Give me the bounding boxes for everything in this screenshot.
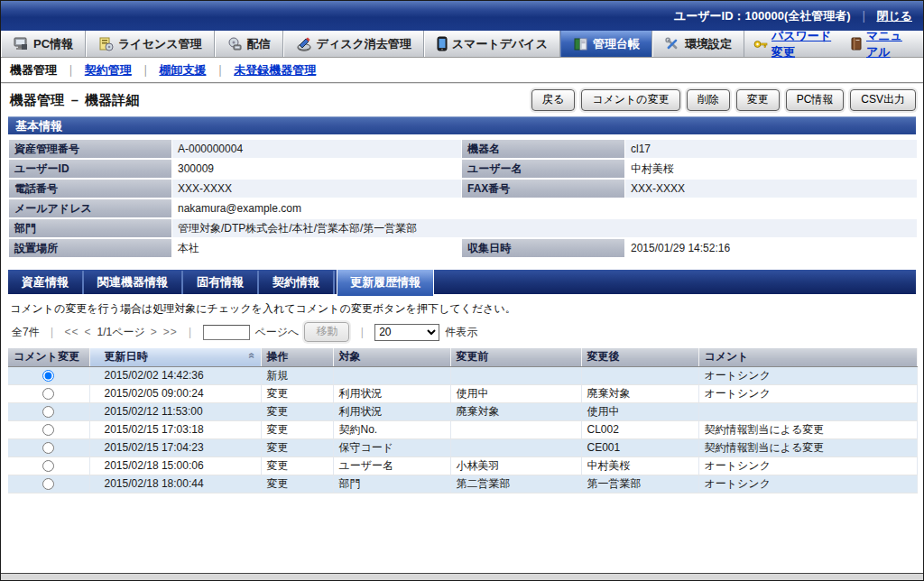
history-row: 2015/02/18 18:00:44 変更 部門 第二営業部 第一営業部 オー… [8, 475, 918, 493]
cell-before: 第二営業部 [450, 475, 581, 493]
tab-update-history[interactable]: 更新履歴情報 [337, 269, 434, 296]
cell-target: 部門 [333, 475, 450, 493]
field-value: 本社 [172, 239, 461, 257]
cell-before [450, 366, 581, 384]
subnav-link-unregistered[interactable]: 未登録機器管理 [234, 62, 316, 78]
subnav-link-inventory[interactable]: 棚卸支援 [159, 62, 206, 78]
update-history-table: コメント変更 更新日時« 操作 対象 変更前 変更後 コメント 2015/02/… [8, 348, 918, 493]
cell-comment: 契約情報割当による変更 [698, 420, 918, 438]
pager-separator: ｜ [356, 325, 367, 340]
field-label: ユーザーID [9, 160, 171, 178]
back-button[interactable]: 戻る [531, 89, 575, 111]
cell-target: 利用状況 [333, 402, 450, 420]
cell-datetime: 2015/02/15 17:03:18 [89, 420, 261, 438]
field-value: XXX-XXXX [172, 180, 461, 198]
col-update-datetime[interactable]: 更新日時« [89, 348, 261, 366]
cell-after: 第一営業部 [581, 475, 698, 493]
tab-related-devices[interactable]: 関連機器情報 [84, 271, 183, 294]
row-select-radio[interactable] [42, 442, 54, 454]
cell-operation: 変更 [261, 384, 333, 402]
nav-item-label: ディスク消去管理 [317, 36, 411, 52]
row-select-radio[interactable] [42, 460, 54, 472]
field-label: 機器名 [462, 140, 624, 158]
prev-page-button[interactable]: < [84, 326, 91, 338]
field-value: 2015/01/29 14:52:16 [625, 239, 917, 257]
field-value: A-000000004 [172, 140, 461, 158]
nav-item-disk-erase[interactable]: ディスク消去管理 [283, 31, 424, 57]
nav-item-ledger[interactable]: 管理台帳 [560, 31, 652, 57]
cell-datetime: 2015/02/18 15:00:06 [89, 456, 261, 475]
cell-datetime: 2015/02/05 09:00:24 [89, 384, 261, 402]
history-row: 2015/02/02 14:42:36 新規 オートシンク [8, 366, 918, 384]
basic-info-header: 基本情報 [8, 116, 916, 134]
table-row: メールアドレス nakamura@example.com [9, 199, 917, 217]
manual-link-wrap: マニュアル [851, 28, 914, 60]
cell-operation: 変更 [261, 475, 333, 493]
move-button[interactable]: 移動 [304, 322, 349, 342]
cell-comment: オートシンク [698, 456, 918, 475]
nav-item-label: 管理台帳 [593, 36, 640, 52]
field-value: XXX-XXXX [625, 180, 917, 198]
password-change-link-wrap: パスワード変更 [753, 28, 838, 60]
row-select-radio[interactable] [42, 370, 54, 382]
cell-comment [698, 402, 918, 420]
history-row: 2015/02/12 11:53:00 変更 利用状況 廃棄対象 使用中 [8, 402, 918, 420]
nav-item-delivery[interactable]: 配信 [215, 31, 283, 57]
sub-nav: 機器管理 ｜ 契約管理 ｜ 棚卸支援 ｜ 未登録機器管理 [1, 58, 923, 84]
cell-before [450, 420, 581, 438]
nav-item-license[interactable]: ライセンス管理 [86, 31, 215, 57]
pc-info-button[interactable]: PC情報 [786, 89, 845, 111]
cell-comment: オートシンク [698, 384, 918, 402]
cell-comment: 契約情報割当による変更 [698, 438, 918, 456]
cell-datetime: 2015/02/15 17:04:23 [89, 438, 261, 456]
cell-operation: 変更 [261, 420, 333, 438]
change-button[interactable]: 変更 [736, 89, 780, 111]
field-value: 管理対象/DTP株式会社/本社/営業本部/第一営業部 [172, 219, 917, 237]
pager-separator: ｜ [185, 325, 196, 340]
change-comment-button[interactable]: コメントの変更 [581, 89, 679, 111]
delete-button[interactable]: 削除 [687, 89, 730, 111]
cell-after: 使用中 [581, 402, 698, 420]
tab-contract-info[interactable]: 契約情報 [259, 271, 335, 294]
row-select-radio[interactable] [42, 406, 54, 418]
sort-asc-icon: « [245, 353, 258, 359]
per-page-select[interactable]: 20 [374, 324, 439, 341]
per-page-label: 件表示 [445, 325, 477, 340]
history-row: 2015/02/18 15:00:06 変更 ユーザー名 小林美羽 中村美桜 オ… [8, 456, 918, 475]
field-label: 電話番号 [9, 180, 171, 198]
subnav-separator: ｜ [65, 62, 77, 78]
col-operation[interactable]: 操作 [261, 348, 333, 366]
field-value: 300009 [172, 160, 461, 178]
comment-change-note: コメントの変更を行う場合は処理対象にチェックを入れてコメントの変更ボタンを押下し… [1, 294, 923, 318]
table-row: 部門 管理対象/DTP株式会社/本社/営業本部/第一営業部 [9, 219, 917, 237]
topbar-separator: ｜ [858, 8, 870, 24]
cell-operation: 変更 [261, 456, 333, 475]
nav-item-pc-info[interactable]: PC情報 [1, 31, 86, 57]
col-target[interactable]: 対象 [333, 348, 450, 366]
csv-export-button[interactable]: CSV出力 [850, 89, 916, 111]
row-select-radio[interactable] [42, 478, 54, 490]
tab-specific-info[interactable]: 固有情報 [183, 271, 259, 294]
col-after[interactable]: 変更後 [581, 348, 698, 366]
row-select-radio[interactable] [42, 424, 54, 436]
nav-item-settings[interactable]: 環境設定 [652, 31, 744, 57]
basic-info-table: 資産管理番号 A-000000004 機器名 cl17 ユーザーID 30000… [8, 138, 918, 259]
col-before[interactable]: 変更前 [450, 348, 581, 366]
last-page-button[interactable]: >> [163, 326, 178, 338]
goto-page-input[interactable] [203, 325, 250, 340]
tab-asset-info[interactable]: 資産情報 [8, 271, 84, 294]
nav-item-smart-device[interactable]: スマートデバイス [424, 31, 560, 57]
row-select-radio[interactable] [42, 388, 54, 400]
cell-datetime: 2015/02/12 11:53:00 [89, 402, 261, 420]
disk-erase-icon [296, 37, 312, 51]
first-page-button[interactable]: << [64, 326, 79, 338]
close-link[interactable]: 閉じる [876, 8, 912, 24]
col-comment[interactable]: コメント [698, 348, 918, 366]
subnav-current-equipment: 機器管理 [10, 62, 57, 78]
next-page-button[interactable]: > [151, 326, 158, 338]
field-label: 資産管理番号 [9, 140, 171, 158]
password-change-link[interactable]: パスワード変更 [772, 28, 838, 60]
subnav-link-contract[interactable]: 契約管理 [85, 62, 132, 78]
nav-item-label: スマートデバイス [452, 36, 548, 52]
manual-link[interactable]: マニュアル [866, 28, 914, 60]
